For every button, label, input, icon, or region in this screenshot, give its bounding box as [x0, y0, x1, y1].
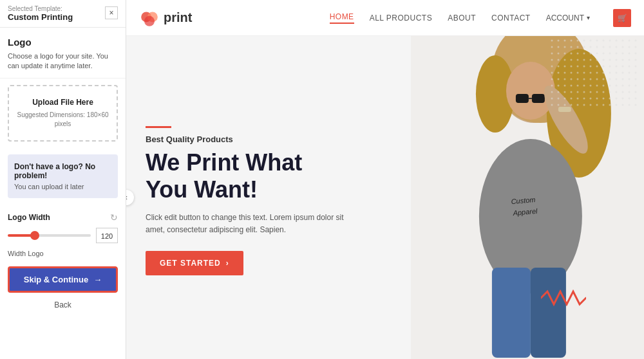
right-preview: print HOME ALL PRODUCTS ABOUT CONTACT AC… [126, 0, 644, 359]
hero-description: Click edit button to change this text. L… [146, 212, 352, 236]
svg-rect-12 [532, 94, 545, 103]
close-icon: × [109, 8, 113, 17]
hero-cta-arrow: › [226, 259, 229, 268]
slider-row: 120 [8, 228, 118, 243]
no-logo-box: Don't have a logo? No problem! You can u… [8, 154, 118, 198]
left-arrow-icon: ‹ [126, 193, 128, 202]
panel-header: Selected Template: Custom Printing × [0, 0, 126, 28]
hero-title-line1: We Print What [146, 149, 302, 176]
no-logo-sub: You can upload it later [14, 183, 111, 190]
template-name: Custom Printing [8, 12, 105, 22]
nav-links: HOME ALL PRODUCTS ABOUT CONTACT ACCOUNT … [330, 9, 631, 27]
hero-left-arrow[interactable]: ‹ [126, 190, 134, 205]
svg-rect-19 [531, 268, 566, 358]
nav-account[interactable]: ACCOUNT ▾ [546, 14, 590, 23]
upload-box[interactable]: Upload File Here Suggested Dimensions: 1… [8, 85, 118, 142]
nav-link-contact[interactable]: CONTACT [491, 14, 531, 23]
hero-cta-button[interactable]: GET STARTED › [146, 251, 243, 275]
hero-image-area: Custom Apparel [411, 36, 644, 359]
hero-title-line2: You Want! [146, 176, 258, 203]
navbar: print HOME ALL PRODUCTS ABOUT CONTACT AC… [126, 0, 644, 36]
left-panel: Selected Template: Custom Printing × Log… [0, 0, 126, 359]
selected-template-label: Selected Template: [8, 5, 105, 12]
logo-width-slider[interactable] [8, 234, 91, 237]
panel-header-text: Selected Template: Custom Printing [8, 5, 105, 22]
nav-link-all-products[interactable]: ALL PRODUCTS [370, 14, 433, 23]
svg-rect-18 [492, 268, 531, 358]
hero-subtitle: Best Quality Products [146, 134, 392, 144]
hero-accent-line [146, 126, 171, 128]
width-logo-label: Width Logo [0, 248, 126, 261]
logo-width-row: Logo Width ↻ [8, 212, 118, 223]
logo-width-label: Logo Width [8, 213, 50, 222]
hero-title: We Print What You Want! [146, 149, 392, 203]
logo-section: Logo Choose a logo for your site. You ca… [0, 28, 126, 78]
skip-continue-label: Skip & Continue [24, 275, 88, 284]
svg-rect-4 [551, 39, 641, 110]
back-link[interactable]: Back [0, 298, 126, 315]
logo-width-section: Logo Width ↻ 120 [0, 205, 126, 248]
upload-box-title: Upload File Here [15, 98, 110, 107]
hero-cta-label: GET STARTED [160, 259, 221, 268]
refresh-icon[interactable]: ↻ [110, 212, 118, 223]
logo-section-desc: Choose a logo for your site. You can upd… [8, 51, 118, 71]
svg-point-2 [144, 15, 155, 26]
nav-logo-icon [139, 8, 160, 28]
zigzag-decoration [541, 288, 586, 308]
svg-rect-11 [516, 94, 529, 103]
nav-link-about[interactable]: ABOUT [448, 14, 476, 23]
nav-account-label: ACCOUNT [546, 14, 584, 23]
close-button[interactable]: × [105, 6, 118, 19]
logo-section-title: Logo [8, 37, 118, 48]
hero-section: ‹ Best Quality Products We Print What Yo… [126, 36, 644, 359]
nav-logo: print [139, 8, 192, 28]
skip-arrow-icon: → [93, 275, 102, 284]
cart-icon: 🛒 [618, 14, 627, 23]
nav-cart-button[interactable]: 🛒 [613, 9, 631, 27]
nav-logo-text: print [164, 10, 192, 25]
hero-content: ‹ Best Quality Products We Print What Yo… [126, 36, 411, 359]
no-logo-title: Don't have a logo? No problem! [14, 162, 111, 180]
slider-value: 120 [96, 228, 118, 243]
upload-box-suggested: Suggested Dimensions: 180×60 pixels [15, 111, 110, 129]
skip-continue-button[interactable]: Skip & Continue → [8, 266, 118, 293]
nav-link-home[interactable]: HOME [330, 12, 354, 24]
chevron-down-icon: ▾ [587, 14, 590, 21]
dots-pattern [551, 39, 641, 110]
